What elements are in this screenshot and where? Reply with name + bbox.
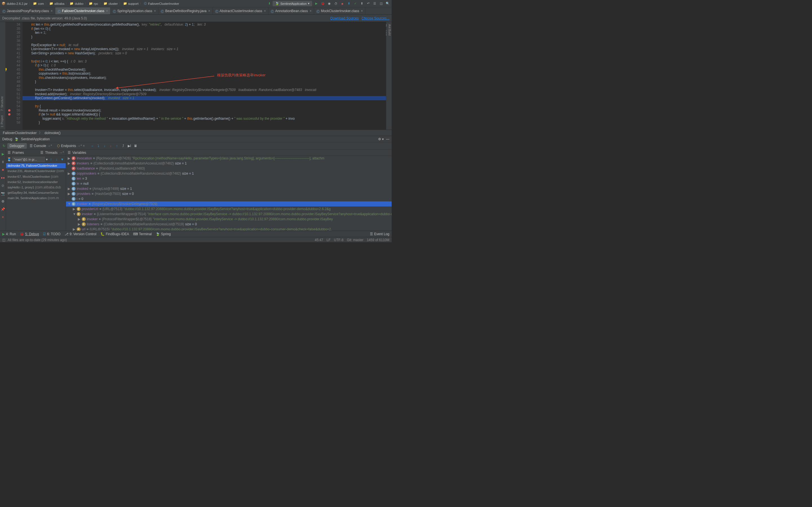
cursor-position[interactable]: 45:47 xyxy=(315,238,323,242)
bulb-icon[interactable]: 💡 xyxy=(6,68,8,72)
expand-icon[interactable]: ▶ xyxy=(68,161,70,165)
run-icon[interactable]: ▶ xyxy=(314,1,319,6)
restart-icon[interactable]: ↻ xyxy=(1,143,7,149)
breakpoints-icon[interactable]: ●● xyxy=(0,175,6,180)
crumb[interactable]: alibaba xyxy=(54,2,64,5)
variable-list[interactable]: ▶Pinvocation = {RpcInvocation@7426} "Rpc… xyxy=(66,156,392,231)
close-icon[interactable]: × xyxy=(106,9,108,13)
debug-minimize-icon[interactable]: — xyxy=(386,137,389,141)
stack-frame[interactable]: doInvoke:75, FailoverClusterInvoker xyxy=(6,163,66,168)
variable-row[interactable]: ▼Cinvoker = {RegistryDirectory$InvokerDe… xyxy=(66,202,392,207)
terminal-tool[interactable]: ⌨Terminal xyxy=(133,232,152,236)
download-sources-link[interactable]: Download Sources xyxy=(331,16,359,20)
close-icon[interactable]: × xyxy=(208,9,210,13)
filter-icon[interactable]: ▼ xyxy=(60,157,64,162)
variable-row[interactable]: ▶Pinvocation = {RpcInvocation@7426} "Rpc… xyxy=(66,156,392,161)
variable-row[interactable]: ▶Finvoker = {ProtocolFilterWrapper$1@751… xyxy=(66,217,392,222)
git-branch[interactable]: Git: master xyxy=(347,238,363,242)
project-icon[interactable]: ◫ xyxy=(379,1,384,6)
resume-icon[interactable]: ▶ xyxy=(0,151,6,157)
history-icon[interactable]: ↶ xyxy=(366,1,370,6)
debug-tool[interactable]: 🐞5: Debug xyxy=(20,232,39,236)
stack-frame[interactable]: invoke:67, MockClusterInvoker (com xyxy=(6,174,66,179)
findbugs-tool[interactable]: 🐛FindBugs-IDEA xyxy=(100,232,129,236)
error-marker[interactable] xyxy=(8,113,10,115)
variable-row[interactable]: Clen = 3 xyxy=(66,176,392,181)
variable-row[interactable]: ▼Finvoker = {ListenerInvokerWrapper@7514… xyxy=(66,212,392,217)
stack-frame[interactable]: invoke:231, AbstractClusterInvoker (com xyxy=(6,168,66,174)
expand-icon[interactable]: ▶ xyxy=(73,207,75,211)
expand-icon[interactable]: ▶ xyxy=(68,187,70,191)
next-frame-icon[interactable]: ↓ xyxy=(54,157,59,162)
crumb[interactable]: rpc xyxy=(94,2,98,5)
tool-structure[interactable]: 7: Structure xyxy=(0,94,5,113)
variable-row[interactable]: ▶Pinvokers = {Collections$UnmodifiableRa… xyxy=(66,161,392,166)
variable-row[interactable]: ▶Cproviders = {HashSet@7503} size = 0 xyxy=(66,191,392,196)
step-over-icon[interactable]: ⤵ xyxy=(96,144,101,148)
debug-icon[interactable]: 🐞 xyxy=(320,1,325,6)
variable-row[interactable]: Ci = 0 xyxy=(66,196,392,202)
spring-tool[interactable]: 🍃Spring xyxy=(156,232,171,236)
close-icon[interactable]: × xyxy=(310,9,312,13)
vcs-icon[interactable]: ⬇ xyxy=(347,1,351,6)
search-icon[interactable]: 🔍 xyxy=(386,1,390,6)
variable-row[interactable]: Cle = null xyxy=(66,181,392,186)
crumb[interactable]: support xyxy=(128,2,139,5)
memory[interactable]: 1459 of 6110M xyxy=(367,238,389,242)
variable-row[interactable]: ▶Flisteners = {Collections$UnmodifiableR… xyxy=(66,222,392,227)
expand-icon[interactable]: ▼ xyxy=(68,202,70,206)
debug-settings-icon[interactable]: ⚙ ▾ xyxy=(378,137,384,141)
expand-icon[interactable]: ▶ xyxy=(78,217,81,221)
crumb[interactable]: cluster xyxy=(109,2,117,5)
show-exec-icon[interactable]: → xyxy=(90,144,94,148)
run-tool[interactable]: ▶4: Run xyxy=(2,232,16,236)
editor-tab[interactable]: ⒸAnnotationBean.class× xyxy=(268,7,314,14)
prev-frame-icon[interactable]: ↑ xyxy=(49,157,53,162)
variable-row[interactable]: Ploadbalance = {RandomLoadBalance@7483} xyxy=(66,166,392,171)
pause-icon[interactable]: ⏸ xyxy=(0,159,6,165)
expand-icon[interactable]: ▶ xyxy=(78,222,81,226)
choose-sources-link[interactable]: Choose Sources... xyxy=(361,16,389,20)
build-icon[interactable]: ⬇ xyxy=(268,2,271,5)
crumb[interactable]: dubbo xyxy=(75,2,84,5)
editor-tab[interactable]: ⒸAbstractClusterInvoker.class× xyxy=(213,7,268,14)
crumb-method[interactable]: doInvoke() xyxy=(45,131,61,135)
expand-icon[interactable]: ▶ xyxy=(68,156,70,160)
tab-endpoints[interactable]: ⬡Endpoints→* × xyxy=(55,143,87,149)
settings-icon[interactable]: ⚙ xyxy=(0,199,6,204)
expand-icon[interactable]: ▶ xyxy=(68,172,70,175)
variable-row[interactable]: ▶Cinvoked = {ArrayList@7499} size = 1 xyxy=(66,186,392,191)
vcs-commit-icon[interactable]: ✓ xyxy=(353,1,357,6)
line-ending[interactable]: LF xyxy=(326,238,331,242)
mute-icon[interactable]: ⊘ xyxy=(0,183,6,188)
run-cursor-icon[interactable]: ▶I xyxy=(127,144,132,148)
todo-tool[interactable]: ☑6: TODO xyxy=(43,232,61,236)
event-log[interactable]: ☰Event Log xyxy=(370,232,389,236)
step-into-icon[interactable]: ↓ xyxy=(102,144,107,148)
encoding[interactable]: UTF-8 xyxy=(334,238,343,242)
stack-frame[interactable]: main:34, SentinelApplication (com.m xyxy=(6,195,66,201)
stop-icon[interactable]: ■ xyxy=(340,1,345,6)
editor-tab[interactable]: ⒸBeanDefinitionRegistry.java× xyxy=(158,7,213,14)
run-config-select[interactable]: 🍃SentinelApplication▾ xyxy=(273,1,312,6)
dropdown-icon[interactable]: ▾ xyxy=(46,158,48,161)
close-icon[interactable]: × xyxy=(361,9,363,13)
drop-frame-icon[interactable]: ⤴ xyxy=(121,144,125,148)
structure-icon[interactable]: ☰ xyxy=(372,1,377,6)
code-content[interactable]: int len = this.getUrl().getMethodParamet… xyxy=(22,22,386,129)
tool-project[interactable]: 1: Project xyxy=(0,113,5,129)
editor-tab[interactable]: ⒸMockClusterInvoker.class× xyxy=(314,7,365,14)
vcs-push-icon[interactable]: ⬆ xyxy=(359,1,364,6)
close-icon[interactable]: × xyxy=(154,9,156,13)
editor-tab[interactable]: ⒸFailoverClusterInvoker.class× xyxy=(55,7,110,14)
variable-row[interactable]: ▶Ccopyinvokers = {Collections$Unmodifiab… xyxy=(66,171,392,176)
expand-icon[interactable]: ▼ xyxy=(73,212,75,216)
thread-select[interactable]: "main"@1 in gr... xyxy=(12,157,45,162)
stop-icon[interactable]: ■ xyxy=(0,167,6,173)
editor-tab[interactable]: ⒸSpringApplication.class× xyxy=(110,7,158,14)
frame-list[interactable]: doInvoke:75, FailoverClusterInvokerinvok… xyxy=(6,163,66,231)
step-out-icon[interactable]: ↑ xyxy=(115,144,119,148)
evaluate-icon[interactable]: 🖩 xyxy=(133,144,138,148)
close-icon[interactable]: × xyxy=(51,9,53,13)
tab-debugger[interactable]: Debugger xyxy=(7,143,27,149)
